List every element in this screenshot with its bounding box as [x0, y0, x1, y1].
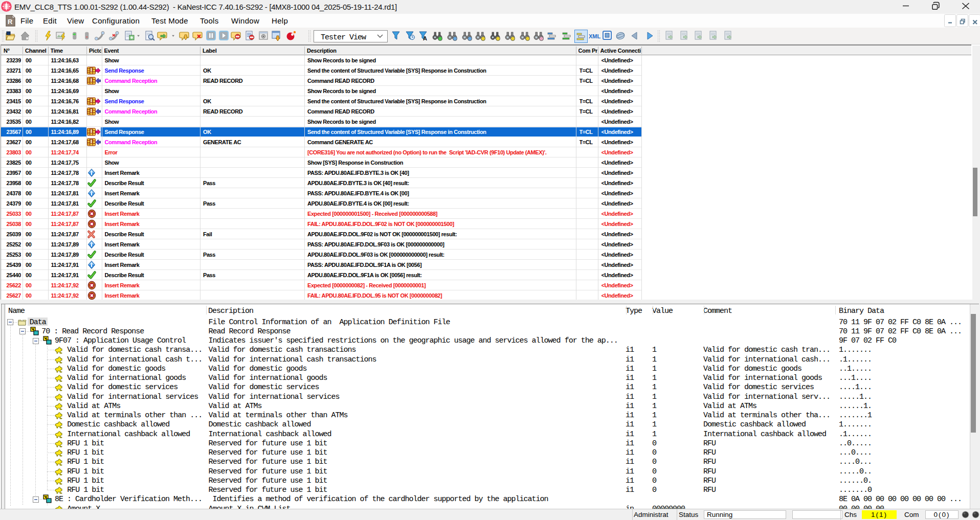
svg-text:A: A: [423, 35, 427, 41]
svg-text:R: R: [8, 18, 13, 26]
svg-text:XML: XML: [589, 33, 601, 39]
